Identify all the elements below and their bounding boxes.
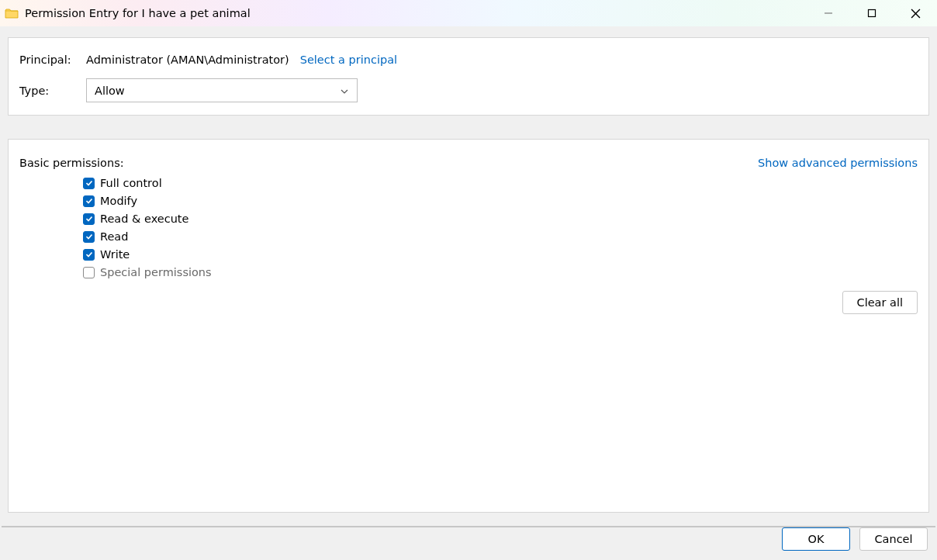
perm-read-checkbox[interactable] [83,231,95,243]
minimize-button[interactable] [807,0,850,26]
clear-all-label: Clear all [857,296,903,309]
permissions-list: Full control Modify Read & execute Read … [9,169,928,278]
perm-full-control: Full control [83,177,928,189]
client-area: Principal: Administrator (AMAN\Administr… [0,26,937,560]
perm-special-label: Special permissions [100,266,212,278]
type-row: Type: Allow [9,66,928,102]
perm-full-control-label: Full control [100,177,162,189]
close-button[interactable] [894,0,937,26]
clear-all-row: Clear all [9,278,928,314]
basic-permissions-label: Basic permissions: [19,157,124,169]
perm-write: Write [83,248,928,261]
titlebar: Permission Entry for I have a pet animal [0,0,937,26]
type-label: Type: [19,85,86,97]
type-select-value: Allow [95,85,340,97]
maximize-button[interactable] [850,0,894,26]
principal-row: Principal: Administrator (AMAN\Administr… [9,38,928,66]
principal-value: Administrator (AMAN\Administrator) [86,54,289,66]
perm-read-label: Read [100,230,128,243]
principal-label: Principal: [19,54,86,66]
principal-panel: Principal: Administrator (AMAN\Administr… [8,37,929,116]
ok-button[interactable]: OK [782,527,850,551]
perm-special: Special permissions [83,266,928,278]
select-principal-link[interactable]: Select a principal [300,54,397,66]
perm-read-execute-label: Read & execute [100,213,188,225]
perm-write-label: Write [100,248,130,261]
footer-buttons: OK Cancel [782,527,928,551]
perm-modify-checkbox[interactable] [83,195,95,207]
permissions-header: Basic permissions: Show advanced permiss… [9,140,928,169]
window-title: Permission Entry for I have a pet animal [25,7,251,19]
cancel-button[interactable]: Cancel [859,527,928,551]
perm-read: Read [83,230,928,243]
perm-special-checkbox [83,267,95,278]
perm-modify: Modify [83,195,928,207]
perm-full-control-checkbox[interactable] [83,178,95,189]
ok-label: OK [808,533,825,545]
type-select[interactable]: Allow [86,78,358,102]
cancel-label: Cancel [874,533,912,545]
svg-rect-1 [869,10,876,17]
perm-read-execute-checkbox[interactable] [83,213,95,225]
window-controls [807,0,937,26]
perm-modify-label: Modify [100,195,137,207]
permissions-panel: Basic permissions: Show advanced permiss… [8,139,929,513]
perm-read-execute: Read & execute [83,213,928,225]
perm-write-checkbox[interactable] [83,249,95,261]
clear-all-button[interactable]: Clear all [842,291,918,314]
chevron-down-icon [340,86,349,95]
folder-icon [5,8,19,19]
show-advanced-link[interactable]: Show advanced permissions [758,157,918,169]
